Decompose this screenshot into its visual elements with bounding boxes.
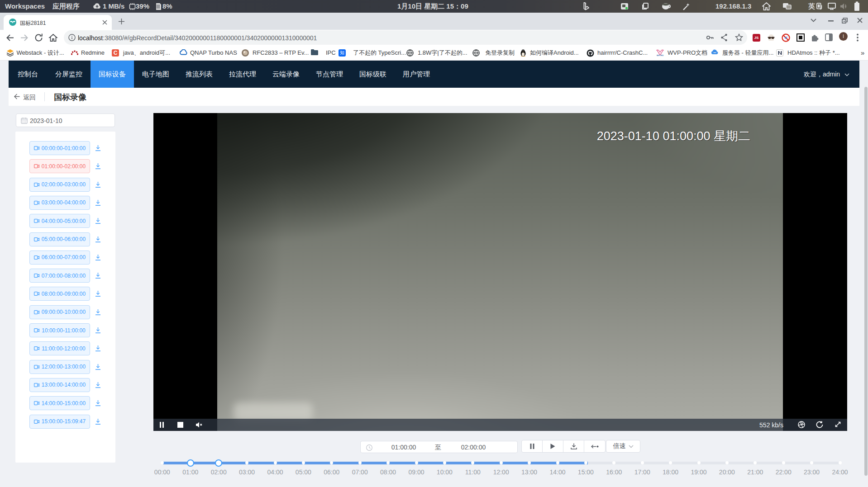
svg-text:WVP-PRO: WVP-PRO bbox=[657, 55, 664, 57]
